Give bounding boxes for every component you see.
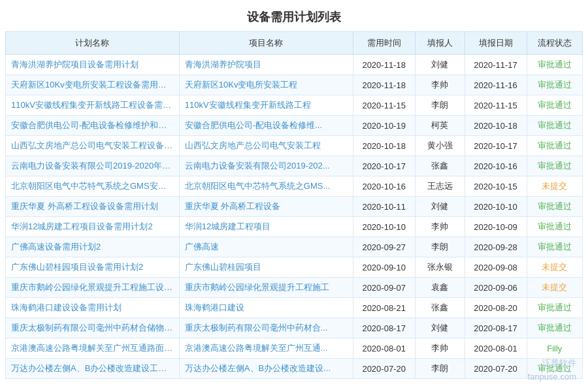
project-name-cell[interactable]: 广东佛山碧桂园项目 bbox=[179, 257, 353, 278]
project-name-cell[interactable]: 珠海鹤港口建设 bbox=[179, 298, 353, 318]
need-date-cell: 2020-08-17 bbox=[353, 318, 415, 338]
plan-name-cell[interactable]: 广东佛山碧桂园项目设备需用计划2 bbox=[6, 257, 180, 278]
need-date-cell: 2020-09-07 bbox=[353, 278, 415, 298]
status-badge: 审批通过 bbox=[527, 197, 583, 217]
need-date-cell: 2020-10-11 bbox=[353, 197, 415, 217]
table-row: 华润12城房建工程项目设备需用计划2华润12城房建工程项目2020-10-10李… bbox=[6, 217, 583, 237]
fill-date-cell: 2020-10-10 bbox=[465, 197, 527, 217]
col-header-fill-date: 填报日期 bbox=[465, 32, 527, 55]
project-name-cell[interactable]: 天府新区10Kv变电所安装工程 bbox=[179, 75, 353, 95]
status-badge: 审批通过 bbox=[527, 217, 583, 237]
person-cell: 李朗 bbox=[415, 359, 465, 379]
table-row: 重庆华夏 外高桥工程设备设备需用计划重庆华夏 外高桥工程设备2020-10-11… bbox=[6, 197, 583, 217]
fill-date-cell: 2020-08-01 bbox=[465, 338, 527, 359]
plan-name-cell[interactable]: 珠海鹤港口建设设备需用计划 bbox=[6, 298, 180, 318]
person-cell: 李帅 bbox=[415, 338, 465, 359]
project-name-cell[interactable]: 安徽合肥供电公司-配电设备检修维... bbox=[179, 116, 353, 136]
plan-name-cell[interactable]: 云南电力设备安装有限公司2019-2020年度芳... bbox=[6, 156, 180, 176]
project-name-cell[interactable]: 华润12城房建工程项目 bbox=[179, 217, 353, 237]
status-badge: 审批通过 bbox=[527, 237, 583, 257]
table-row: 山西弘文房地产总公司电气安装工程设备需用...山西弘文房地产总公司电气安装工程2… bbox=[6, 136, 583, 156]
col-header-need-date: 需用时间 bbox=[353, 32, 415, 55]
table-row: 北京朝阳区电气中芯特气系统之GMS安装设备...北京朝阳区电气中芯特气系统之GM… bbox=[6, 176, 583, 197]
need-date-cell: 2020-11-15 bbox=[353, 95, 415, 116]
need-date-cell: 2020-10-10 bbox=[353, 217, 415, 237]
status-badge: 未提交 bbox=[527, 176, 583, 197]
person-cell: 张鑫 bbox=[415, 156, 465, 176]
table-row: 珠海鹤港口建设设备需用计划珠海鹤港口建设2020-08-21张鑫2020-08-… bbox=[6, 298, 583, 318]
person-cell: 李朗 bbox=[415, 95, 465, 116]
plan-name-cell[interactable]: 青海洪湖养护院项目设备需用计划 bbox=[6, 55, 180, 75]
col-header-status: 流程状态 bbox=[527, 32, 583, 55]
fill-date-cell: 2020-10-15 bbox=[465, 176, 527, 197]
person-cell: 刘健 bbox=[415, 55, 465, 75]
need-date-cell: 2020-10-19 bbox=[353, 116, 415, 136]
need-date-cell: 2020-10-16 bbox=[353, 176, 415, 197]
status-badge: 审批通过 bbox=[527, 156, 583, 176]
need-date-cell: 2020-08-01 bbox=[353, 338, 415, 359]
project-name-cell[interactable]: 110kV安徽线程集变开新线路工程 bbox=[179, 95, 353, 116]
plan-name-cell[interactable]: 天府新区10Kv变电所安装工程设备需用计划 bbox=[6, 75, 180, 95]
fill-date-cell: 2020-10-17 bbox=[465, 136, 527, 156]
status-badge: 审批通过 bbox=[527, 95, 583, 116]
project-name-cell[interactable]: 青海洪湖养护院项目 bbox=[179, 55, 353, 75]
project-name-cell[interactable]: 北京朝阳区电气中芯特气系统之GMS... bbox=[179, 176, 353, 197]
table-row: 110kV安徽线程集变开新线路工程设备需用计划110kV安徽线程集变开新线路工程… bbox=[6, 95, 583, 116]
col-header-person: 填报人 bbox=[415, 32, 465, 55]
plan-name-cell[interactable]: 安徽合肥供电公司-配电设备检修维护和改造... bbox=[6, 116, 180, 136]
fill-date-cell: 2020-11-15 bbox=[465, 95, 527, 116]
table-row: 重庆市鹅岭公园绿化景观提升工程施工设备需...重庆市鹅岭公园绿化景观提升工程施工… bbox=[6, 278, 583, 298]
data-table: 计划名称 项目名称 需用时间 填报人 填报日期 流程状态 青海洪湖养护院项目设备… bbox=[5, 31, 583, 379]
project-name-cell[interactable]: 重庆太极制药有限公司毫州中药材合... bbox=[179, 318, 353, 338]
person-cell: 李帅 bbox=[415, 217, 465, 237]
page-title: 设备需用计划列表 bbox=[0, 0, 588, 31]
fill-date-cell: 2020-08-20 bbox=[465, 298, 527, 318]
status-badge: 审批通过 bbox=[527, 298, 583, 318]
need-date-cell: 2020-11-18 bbox=[353, 75, 415, 95]
person-cell: 张永银 bbox=[415, 257, 465, 278]
plan-name-cell[interactable]: 北京朝阳区电气中芯特气系统之GMS安装设备... bbox=[6, 176, 180, 197]
plan-name-cell[interactable]: 110kV安徽线程集变开新线路工程设备需用计划 bbox=[6, 95, 180, 116]
table-row: 广佛高速设备需用计划2广佛高速2020-09-27李朗2020-09-28审批通… bbox=[6, 237, 583, 257]
table-row: 京港澳高速公路粤境解关至广州互通路面改造...京港澳高速公路粤境解关至广州互通.… bbox=[6, 338, 583, 359]
person-cell: 柯英 bbox=[415, 116, 465, 136]
plan-name-cell[interactable]: 万达办公楼左侧A、B办公楼改造建设工程设备... bbox=[6, 359, 180, 379]
fill-date-cell: 2020-09-28 bbox=[465, 237, 527, 257]
need-date-cell: 2020-09-27 bbox=[353, 237, 415, 257]
person-cell: 李朗 bbox=[415, 237, 465, 257]
table-row: 云南电力设备安装有限公司2019-2020年度芳...云南电力设备安装有限公司2… bbox=[6, 156, 583, 176]
plan-name-cell[interactable]: 华润12城房建工程项目设备需用计划2 bbox=[6, 217, 180, 237]
plan-name-cell[interactable]: 广佛高速设备需用计划2 bbox=[6, 237, 180, 257]
project-name-cell[interactable]: 云南电力设备安装有限公司2019-202... bbox=[179, 156, 353, 176]
plan-name-cell[interactable]: 重庆市鹅岭公园绿化景观提升工程施工设备需... bbox=[6, 278, 180, 298]
watermark: 泛普软件 fanpuse.com bbox=[528, 357, 576, 384]
table-container: 计划名称 项目名称 需用时间 填报人 填报日期 流程状态 青海洪湖养护院项目设备… bbox=[0, 31, 588, 384]
need-date-cell: 2020-07-20 bbox=[353, 359, 415, 379]
plan-name-cell[interactable]: 山西弘文房地产总公司电气安装工程设备需用... bbox=[6, 136, 180, 156]
fill-date-cell: 2020-10-16 bbox=[465, 156, 527, 176]
status-badge: 审批通过 bbox=[527, 136, 583, 156]
status-badge: 审批通过 bbox=[527, 75, 583, 95]
project-name-cell[interactable]: 重庆市鹅岭公园绿化景观提升工程施工 bbox=[179, 278, 353, 298]
person-cell: 黄小强 bbox=[415, 136, 465, 156]
need-date-cell: 2020-10-18 bbox=[353, 136, 415, 156]
fill-date-cell: 2020-11-17 bbox=[465, 55, 527, 75]
project-name-cell[interactable]: 山西弘文房地产总公司电气安装工程 bbox=[179, 136, 353, 156]
plan-name-cell[interactable]: 重庆华夏 外高桥工程设备设备需用计划 bbox=[6, 197, 180, 217]
fill-date-cell: 2020-10-18 bbox=[465, 116, 527, 136]
table-row: 天府新区10Kv变电所安装工程设备需用计划天府新区10Kv变电所安装工程2020… bbox=[6, 75, 583, 95]
table-row: 安徽合肥供电公司-配电设备检修维护和改造...安徽合肥供电公司-配电设备检修维.… bbox=[6, 116, 583, 136]
status-badge: Filly bbox=[527, 338, 583, 359]
table-row: 重庆太极制药有限公司毫州中药材合储物流基...重庆太极制药有限公司毫州中药材合.… bbox=[6, 318, 583, 338]
project-name-cell[interactable]: 重庆华夏 外高桥工程设备 bbox=[179, 197, 353, 217]
project-name-cell[interactable]: 广佛高速 bbox=[179, 237, 353, 257]
person-cell: 刘健 bbox=[415, 197, 465, 217]
project-name-cell[interactable]: 万达办公楼左侧A、B办公楼改造建设... bbox=[179, 359, 353, 379]
person-cell: 王志远 bbox=[415, 176, 465, 197]
plan-name-cell[interactable]: 重庆太极制药有限公司毫州中药材合储物流基... bbox=[6, 318, 180, 338]
table-row: 青海洪湖养护院项目设备需用计划青海洪湖养护院项目2020-11-18刘健2020… bbox=[6, 55, 583, 75]
project-name-cell[interactable]: 京港澳高速公路粤境解关至广州互通... bbox=[179, 338, 353, 359]
person-cell: 张鑫 bbox=[415, 298, 465, 318]
plan-name-cell[interactable]: 京港澳高速公路粤境解关至广州互通路面改造... bbox=[6, 338, 180, 359]
col-header-project: 项目名称 bbox=[179, 32, 353, 55]
